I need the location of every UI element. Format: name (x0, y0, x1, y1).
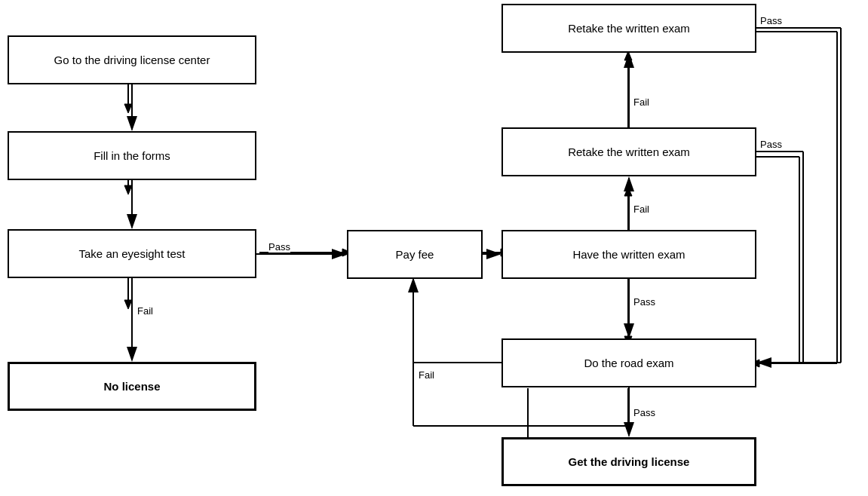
fail-retake1-label: Fail (633, 96, 649, 108)
pass-eyesight-label: Pass (268, 241, 290, 253)
pass-retake1-label: Pass (760, 139, 782, 150)
retake2-box: Retake the written exam (501, 4, 756, 53)
pay-fee-box: Pay fee (347, 230, 483, 279)
svg-marker-13 (624, 187, 632, 196)
get-license-box: Get the driving license (501, 437, 756, 486)
retake1-box: Retake the written exam (501, 127, 756, 176)
pass-written-label: Pass (633, 296, 655, 308)
fail-written-label: Fail (633, 204, 649, 215)
svg-marker-1 (124, 104, 132, 113)
written-exam-box: Have the written exam (501, 230, 756, 279)
go-center-box: Go to the driving license center (8, 35, 256, 84)
no-license-box: No license (8, 362, 256, 411)
pass-road-label: Pass (633, 407, 655, 418)
fail-eyesight-label: Fail (137, 305, 153, 317)
svg-marker-5 (124, 300, 132, 309)
flowchart: Go to the driving license center Fill in… (0, 0, 868, 496)
eyesight-box: Take an eyesight test (8, 229, 256, 278)
fail-road-label: Fail (419, 369, 434, 381)
pass-retake2-label: Pass (760, 15, 782, 26)
svg-marker-3 (124, 185, 132, 194)
fill-forms-box: Fill in the forms (8, 131, 256, 180)
road-exam-box: Do the road exam (501, 338, 756, 387)
